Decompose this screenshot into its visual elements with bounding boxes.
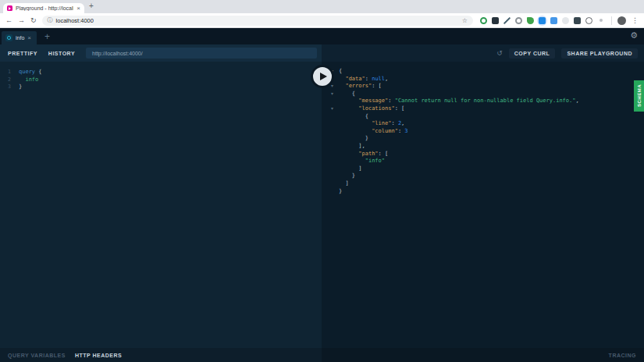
extension-eyedropper-icon[interactable] <box>502 16 512 26</box>
tab-close-icon[interactable]: × <box>76 5 80 12</box>
json-line: { <box>339 113 644 121</box>
extensions-bar <box>479 16 606 26</box>
graphql-playground: info × + ⚙ PRETTIFY HISTORY http://local… <box>0 28 644 362</box>
new-tab-button[interactable]: + <box>89 2 94 10</box>
line-number: 1 <box>0 69 11 76</box>
browser-tab-title: Playground - http://localhost:4... <box>16 5 73 11</box>
toolbar-separator <box>611 16 612 25</box>
json-line: ] <box>339 165 644 173</box>
playground-toolbar: PRETTIFY HISTORY http://localhost:4000/ … <box>0 44 644 62</box>
json-line: ] <box>339 180 644 188</box>
extension-account-circle-icon[interactable] <box>584 16 594 26</box>
json-line: ], <box>339 143 644 151</box>
json-line: "column": 3 <box>339 128 644 136</box>
extension-gray-ring-icon[interactable] <box>514 16 524 26</box>
copy-curl-button[interactable]: COPY CURL <box>509 48 556 59</box>
history-button[interactable]: HISTORY <box>48 51 75 56</box>
extension-blue-toolbox-icon[interactable] <box>537 16 547 26</box>
response-json-lines: ▾{ "data": null,▾ "errors": [▾ { "messag… <box>339 68 644 195</box>
schema-tab-label: SCHEMA <box>637 84 642 107</box>
playground-logo-icon <box>5 34 12 41</box>
playground-toolbar-left: PRETTIFY HISTORY http://localhost:4000/ <box>0 44 322 62</box>
code-line: 2 info <box>0 76 322 84</box>
response-viewer: ▾{ "data": null,▾ "errors": [▾ { "messag… <box>322 62 644 348</box>
extension-overflow-dot-icon[interactable] <box>596 16 606 26</box>
query-variables-tab[interactable]: QUERY VARIABLES <box>8 353 66 358</box>
tracing-tab[interactable]: TRACING <box>609 353 636 358</box>
reload-icon[interactable]: ↻ <box>30 17 37 24</box>
extension-pale-circle-icon[interactable] <box>560 16 571 26</box>
extension-green-circle-icon[interactable] <box>479 16 489 26</box>
browser-toolbar: ← → ↻ ⓘ localhost:4000 ☆ ⋮ <box>0 13 644 28</box>
bottombar-right: TRACING <box>322 348 644 362</box>
settings-gear-icon[interactable]: ⚙ <box>630 31 638 40</box>
playground-tab-info[interactable]: info × <box>2 31 37 44</box>
extension-dark-square-icon[interactable] <box>490 16 500 26</box>
line-number: 3 <box>0 83 11 91</box>
play-icon <box>320 73 327 80</box>
json-line: ▾ "locations": [ <box>339 105 644 113</box>
code-line: 1query { <box>0 69 322 76</box>
playground-toolbar-right: ↺ COPY CURL SHARE PLAYGROUND <box>322 44 644 62</box>
browser-window: Playground - http://localhost:4... × + ←… <box>0 0 644 362</box>
profile-avatar[interactable] <box>617 16 626 25</box>
site-info-icon[interactable]: ⓘ <box>48 16 53 24</box>
collapse-caret-icon[interactable]: ▾ <box>331 90 333 98</box>
playground-tabbar: info × + ⚙ <box>0 28 644 44</box>
json-line: ▾ "errors": [ <box>339 83 644 90</box>
json-line: } <box>339 135 644 143</box>
playground-tab-label: info <box>16 35 24 41</box>
browser-menu-icon[interactable]: ⋮ <box>632 16 639 24</box>
json-line: "path": [ <box>339 151 644 158</box>
endpoint-input[interactable]: http://localhost:4000/ <box>86 48 317 59</box>
browser-tab-playground[interactable]: Playground - http://localhost:4... × <box>3 3 84 13</box>
json-line: "message": "Cannot return null for non-n… <box>339 98 644 105</box>
json-line: ▾ { <box>339 90 644 98</box>
json-line: "data": null, <box>339 76 644 83</box>
json-line: } <box>339 172 644 180</box>
playground-main: 1query {2 info3} ▾{ "data": null,▾ "erro… <box>0 62 644 348</box>
bookmark-star-icon[interactable]: ☆ <box>462 17 468 24</box>
json-line: "line": 2, <box>339 120 644 128</box>
query-editor[interactable]: 1query {2 info3} <box>0 62 322 348</box>
playground-tab-close-icon[interactable]: × <box>27 35 31 41</box>
line-number: 2 <box>0 76 11 84</box>
extension-blue-tabs-icon[interactable] <box>549 16 559 26</box>
schema-sidebar-tab[interactable]: SCHEMA <box>634 80 644 112</box>
forward-icon[interactable]: → <box>18 17 25 24</box>
replay-icon[interactable]: ↺ <box>496 50 503 57</box>
http-headers-tab[interactable]: HTTP HEADERS <box>75 353 122 358</box>
browser-tabstrip: Playground - http://localhost:4... × + <box>0 0 644 13</box>
url-text: localhost:4000 <box>56 17 94 24</box>
bottombar-left: QUERY VARIABLES HTTP HEADERS <box>0 348 322 362</box>
prettify-button[interactable]: PRETTIFY <box>8 51 37 56</box>
json-line: } <box>339 188 644 196</box>
json-line: "info" <box>339 158 644 165</box>
extension-green-leaf-icon[interactable] <box>525 16 535 26</box>
json-line: ▾{ <box>339 68 644 76</box>
execute-query-button[interactable] <box>311 65 334 88</box>
address-bar[interactable]: ⓘ localhost:4000 ☆ <box>42 16 473 26</box>
add-playground-tab-button[interactable]: + <box>44 32 50 41</box>
code-line: 3} <box>0 83 322 91</box>
collapse-caret-icon[interactable]: ▾ <box>331 105 333 113</box>
back-icon[interactable]: ← <box>5 17 12 24</box>
share-playground-button[interactable]: SHARE PLAYGROUND <box>561 48 638 59</box>
playground-bottombar: QUERY VARIABLES HTTP HEADERS TRACING <box>0 348 644 362</box>
graphql-playground-favicon <box>7 5 12 11</box>
extension-dark-camera-icon[interactable] <box>572 16 582 26</box>
query-editor-lines: 1query {2 info3} <box>0 69 322 91</box>
